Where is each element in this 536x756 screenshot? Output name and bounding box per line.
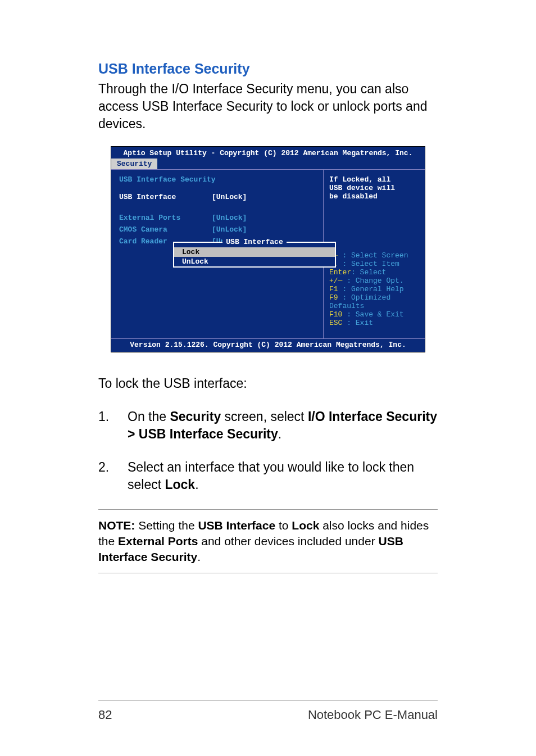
bios-value: [UnLock] <box>212 225 247 234</box>
divider <box>98 573 438 573</box>
step-text: On the Security screen, select I/O Inter… <box>128 408 438 443</box>
bios-label: CMOS Camera <box>119 225 212 234</box>
step-number: 1. <box>98 408 128 443</box>
step-1: 1. On the Security screen, select I/O In… <box>98 408 438 443</box>
help-desc: USB device will <box>329 184 419 192</box>
step-text: Select an interface that you would like … <box>128 459 438 494</box>
bios-label: External Ports <box>119 214 212 222</box>
help-nav-line: Defaults <box>329 302 419 310</box>
bios-main-panel: USB Interface Security USB Interface [Un… <box>111 170 324 338</box>
bios-row-external-ports[interactable]: External Ports [UnLock] <box>119 214 315 222</box>
divider <box>98 509 438 510</box>
help-nav-line: →← : Select Screen <box>329 251 419 260</box>
lock-intro: To lock the USB interface: <box>98 375 438 392</box>
help-nav-line: F1 : General Help <box>329 285 419 293</box>
help-desc: be disabled <box>329 192 419 201</box>
help-nav-line: F10 : Save & Exit <box>329 310 419 319</box>
popup-option-unlock[interactable]: UnLock <box>174 257 335 266</box>
page-number: 82 <box>98 708 112 722</box>
help-nav-line: F9 : Optimized <box>329 293 419 302</box>
bios-footer: Version 2.15.1226. Copyright (C) 2012 Am… <box>111 338 425 352</box>
popup-option-lock[interactable]: Lock <box>174 247 335 257</box>
bios-panel-heading: USB Interface Security <box>119 175 315 184</box>
bios-value: [UnLock] <box>212 193 247 201</box>
bios-tab-bar: Security <box>111 159 425 169</box>
intro-paragraph: Through the I/O Interface Security menu,… <box>98 80 438 133</box>
help-nav-line: ↑↓ : Select Item <box>329 260 419 268</box>
bios-row-usb-interface[interactable]: USB Interface [UnLock] <box>119 193 315 201</box>
tab-security[interactable]: Security <box>111 159 157 169</box>
bios-label: USB Interface <box>119 193 212 201</box>
bios-help-panel: If Locked, all USB device will be disabl… <box>324 170 425 338</box>
page-footer: 82 Notebook PC E-Manual <box>98 700 438 722</box>
help-nav-line: ESC : Exit <box>329 319 419 327</box>
section-heading: USB Interface Security <box>98 61 438 77</box>
bios-title: Aptio Setup Utility - Copyright (C) 2012… <box>111 147 425 159</box>
help-nav-line: +/— : Change Opt. <box>329 277 419 285</box>
bios-popup-title: USB Interface <box>174 238 335 247</box>
bios-screenshot: Aptio Setup Utility - Copyright (C) 2012… <box>111 146 425 352</box>
step-2: 2. Select an interface that you would li… <box>98 459 438 494</box>
steps-list: 1. On the Security screen, select I/O In… <box>98 408 438 494</box>
bios-value: [UnLock] <box>212 214 247 222</box>
bios-row-cmos-camera[interactable]: CMOS Camera [UnLock] <box>119 225 315 234</box>
note-block: NOTE: Setting the USB Interface to Lock … <box>98 518 438 564</box>
help-nav-line: Enter: Select <box>329 268 419 277</box>
help-desc: If Locked, all <box>329 175 419 184</box>
doc-title: Notebook PC E-Manual <box>308 708 438 722</box>
bios-popup-usb-interface: USB Interface Lock UnLock <box>173 242 336 268</box>
step-number: 2. <box>98 459 128 494</box>
